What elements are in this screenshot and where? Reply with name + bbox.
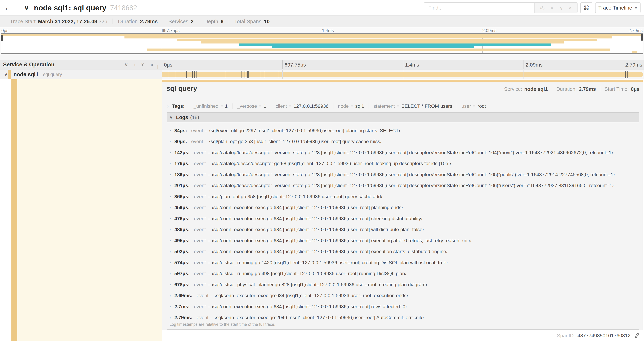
log-row[interactable]: ›574μs:event=‹sql/distsql_running.go:142… [167, 257, 639, 268]
log-tick-mark [261, 71, 261, 78]
trace-collapse-chevron-icon[interactable]: ∨ [24, 0, 29, 16]
overview-stat: Duration:2.79ms [552, 86, 600, 92]
log-tick-mark [186, 71, 187, 78]
log-row[interactable]: ›176μs:event=‹sql/catalog/descs/descript… [167, 158, 639, 169]
log-row[interactable]: ›189μs:event=‹sql/catalog/lease/descript… [167, 169, 639, 180]
log-expand-chevron-icon: › [170, 271, 171, 276]
log-expand-chevron-icon: › [170, 139, 171, 144]
back-button[interactable]: ← [0, 0, 16, 16]
minimap-span-bar [201, 41, 564, 44]
minimap-gap [0, 55, 644, 60]
span-row-name-cell[interactable]: ∨ node sql1 sql query [0, 70, 162, 79]
log-tick-mark [225, 71, 226, 78]
service-color-band [8, 70, 11, 79]
log-expand-chevron-icon: › [170, 260, 171, 265]
log-tick-mark [247, 71, 248, 78]
find-input[interactable] [424, 3, 534, 13]
log-tick-mark [246, 71, 246, 78]
log-row[interactable]: ›80μs:event=‹sql/plan_opt.go:358 [nsql1,… [167, 136, 639, 147]
log-tick-mark [176, 71, 176, 78]
log-row[interactable]: ›502μs:event=‹sql/conn_executor_exec.go:… [167, 246, 639, 257]
log-row[interactable]: ›597μs:event=‹sql/distsql_running.go:498… [167, 268, 639, 279]
timeline-header-row: Service & Operation ∨ › » » || 0μs697.75… [0, 60, 644, 70]
span-service-name: node sql1 [14, 71, 38, 78]
logs-accordion: ∨ Logs (18) ›34μs:event=‹sql/exec_util.g… [167, 112, 639, 329]
log-expand-chevron-icon: › [170, 150, 171, 155]
view-selector-button[interactable]: Trace Timeline ∨ [595, 2, 640, 13]
collapse-one-icon[interactable]: ∨ [124, 62, 128, 67]
service-operation-header: Service & Operation ∨ › » » || [0, 60, 162, 69]
expand-all-icon[interactable]: » [150, 62, 154, 67]
row-gridline [282, 70, 283, 79]
log-expand-chevron-icon: › [170, 205, 171, 210]
log-tick-mark [627, 71, 628, 78]
log-row[interactable]: ›2.79ms:event=‹sql/conn_executor_exec.go… [167, 312, 639, 323]
span-indent-column [17, 79, 162, 341]
minimap-axis-tick: 697.75μs [162, 28, 180, 33]
meta-item: Depth6 [199, 19, 229, 25]
tags-list: _unfinished=1_verbose=1client=127.0.0.1:… [189, 103, 490, 109]
log-expand-chevron-icon: › [170, 183, 171, 188]
minimap-axis-tick: 1.4ms [322, 28, 334, 33]
locate-icon[interactable]: ◎ [540, 5, 545, 11]
viewport-scrubber-right[interactable] [642, 34, 642, 41]
log-expand-chevron-icon: › [170, 238, 171, 243]
next-result-icon[interactable]: ∨ [559, 5, 563, 11]
viewport-scrubber-left[interactable] [2, 35, 2, 41]
log-expand-chevron-icon: › [170, 172, 171, 177]
minimap-span-bar [239, 44, 551, 46]
log-tick-mark [192, 71, 193, 78]
collapse-all-icon[interactable]: » [140, 63, 146, 66]
expand-one-icon[interactable]: › [134, 62, 136, 67]
log-row[interactable]: ›366μs:event=‹sql/plan_opt.go:358 [nsql1… [167, 191, 639, 202]
span-id-footer: SpanID: 4877749850101760812 [557, 332, 640, 339]
span-row: ∨ node sql1 sql query [0, 70, 644, 79]
command-icon: ⌘ [584, 4, 589, 11]
log-expand-chevron-icon: › [170, 128, 171, 133]
minimap-axis-tick: 2.79ms [628, 28, 642, 33]
ruler-gridline [524, 60, 524, 69]
tags-accordion[interactable]: › Tags: _unfinished=1_verbose=1client=12… [167, 102, 640, 111]
log-row[interactable]: ›678μs:event=‹sql/distsql_physical_plann… [167, 279, 639, 290]
logs-header[interactable]: ∨ Logs (18) [167, 112, 639, 122]
span-collapse-chevron-icon[interactable]: ∨ [4, 70, 8, 79]
log-tick-mark [244, 71, 244, 78]
trace-title: node sql1: sql query 7418682 [34, 0, 137, 16]
log-row[interactable]: ›476μs:event=‹sql/conn_executor_exec.go:… [167, 213, 639, 224]
tag-item: _verbose=1 [232, 103, 271, 109]
find-tools: ◎ ∧ ∨ × [534, 3, 577, 13]
log-row[interactable]: ›2.7ms:event=‹sql/conn_executor_exec.go:… [167, 301, 639, 312]
log-row[interactable]: ›495μs:event=‹sql/conn_executor_exec.go:… [167, 235, 639, 246]
meta-item: Duration2.79ms [113, 19, 163, 25]
tags-expand-chevron-icon: › [167, 104, 168, 109]
log-row[interactable]: ›34μs:event=‹sql/exec_util.go:2297 [nsql… [167, 125, 639, 136]
back-arrow-icon: ← [4, 4, 12, 12]
log-row[interactable]: ›459μs:event=‹sql/conn_executor_exec.go:… [167, 202, 639, 213]
clear-find-icon[interactable]: × [569, 5, 572, 11]
log-row[interactable]: ›486μs:event=‹sql/conn_executor_exec.go:… [167, 224, 639, 235]
keyboard-shortcuts-button[interactable]: ⌘ [580, 2, 592, 13]
trace-id: 7418682 [110, 4, 137, 12]
span-id-value: 4877749850101760812 [578, 333, 630, 338]
log-expand-chevron-icon: › [170, 216, 171, 221]
minimap-axis-tick: 0μs [2, 28, 8, 33]
column-resizer-grip[interactable]: || [157, 65, 160, 69]
view-selector-label: Trace Timeline [598, 5, 632, 11]
log-row[interactable]: ›2.69ms:event=‹sql/conn_executor_exec.go… [167, 290, 639, 301]
log-tick-mark [196, 71, 197, 78]
span-detail-panel: sql query Service:node sql1Duration:2.79… [162, 80, 642, 330]
log-row[interactable]: ›201μs:event=‹sql/catalog/lease/descript… [167, 180, 639, 191]
log-expand-chevron-icon: › [170, 293, 171, 298]
log-expand-chevron-icon: › [170, 249, 171, 254]
log-row[interactable]: ›142μs:event=‹sql/catalog/lease/descript… [167, 147, 639, 158]
minimap-canvas[interactable] [1, 33, 643, 54]
service-operation-title: Service & Operation [3, 62, 54, 68]
prev-result-icon[interactable]: ∧ [550, 5, 554, 11]
span-duration-bar[interactable] [162, 72, 642, 77]
span-indent-color-band [12, 79, 17, 341]
deep-link-icon[interactable] [634, 333, 640, 338]
timeline-axis-tick: 1.4ms [405, 62, 419, 68]
top-bar: ← ∨ node sql1: sql query 7418682 ◎ ∧ ∨ ×… [0, 0, 644, 16]
log-tick-mark [625, 71, 626, 78]
minimap-span-bar [2, 34, 642, 36]
